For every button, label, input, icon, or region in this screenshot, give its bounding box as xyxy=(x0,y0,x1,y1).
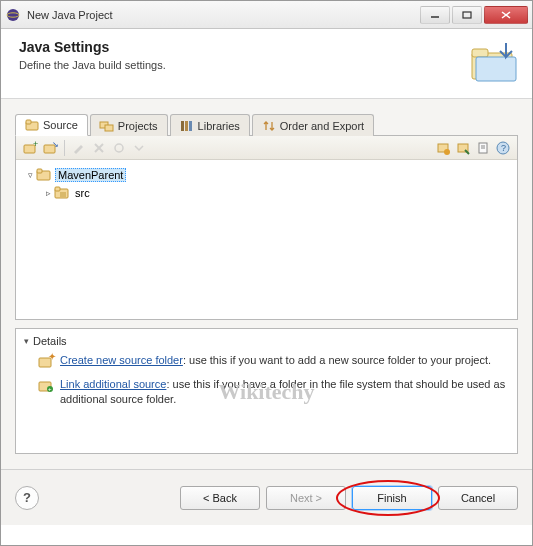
order-export-icon xyxy=(262,119,276,133)
tab-label: Source xyxy=(43,119,78,131)
libraries-icon xyxy=(180,119,194,133)
watermark-text: Wikitechy xyxy=(218,379,314,405)
package-folder-icon xyxy=(54,186,70,200)
page-subtitle: Define the Java build settings. xyxy=(19,59,514,71)
build-path-tabs: Source Projects Libraries Order and Expo… xyxy=(15,113,518,136)
link-source-button[interactable]: ↘ xyxy=(40,138,60,158)
eclipse-icon xyxy=(5,7,21,23)
window-title: New Java Project xyxy=(27,9,418,21)
expand-button[interactable] xyxy=(129,138,149,158)
wizard-footer: ? < Back Next > Finish Cancel xyxy=(1,469,532,525)
new-source-folder-icon: ✦ xyxy=(38,353,54,369)
tab-order-export[interactable]: Order and Export xyxy=(252,114,374,136)
expand-toggle-icon[interactable]: ▹ xyxy=(42,188,54,198)
page-title: Java Settings xyxy=(19,39,514,55)
tree-root-node[interactable]: ▿ MavenParent xyxy=(24,166,509,184)
svg-rect-34 xyxy=(55,187,60,191)
svg-text:+: + xyxy=(48,386,52,392)
tab-label: Order and Export xyxy=(280,120,364,132)
close-button[interactable] xyxy=(484,6,528,24)
toolbar-action-2[interactable] xyxy=(453,138,473,158)
svg-text:✦: ✦ xyxy=(48,351,56,362)
source-toolbar: + ↘ ? xyxy=(16,136,517,160)
wizard-content: Source Projects Libraries Order and Expo… xyxy=(1,99,532,469)
svg-text:?: ? xyxy=(501,143,506,153)
remove-button[interactable] xyxy=(89,138,109,158)
svg-point-0 xyxy=(7,9,19,21)
tree-node-label: src xyxy=(73,187,92,199)
source-folder-icon xyxy=(25,118,39,132)
svg-rect-10 xyxy=(26,120,31,124)
details-header[interactable]: ▾ Details xyxy=(24,335,509,347)
back-button[interactable]: < Back xyxy=(180,486,260,510)
minimize-button[interactable] xyxy=(420,6,450,24)
edit-button[interactable] xyxy=(69,138,89,158)
maximize-button[interactable] xyxy=(452,6,482,24)
separator xyxy=(64,140,65,156)
toolbar-action-1[interactable] xyxy=(433,138,453,158)
svg-point-22 xyxy=(115,144,123,152)
link-source-folder-icon: + xyxy=(38,377,54,393)
tab-source[interactable]: Source xyxy=(15,114,88,136)
tab-projects[interactable]: Projects xyxy=(90,114,168,136)
svg-rect-32 xyxy=(37,169,42,173)
collapse-toggle-icon[interactable]: ▾ xyxy=(24,336,29,346)
svg-rect-3 xyxy=(463,12,471,18)
titlebar: New Java Project xyxy=(1,1,532,29)
create-source-folder-link[interactable]: Create new source folder xyxy=(60,354,183,366)
svg-text:↘: ↘ xyxy=(52,140,59,149)
tree-child-node[interactable]: ▹ src xyxy=(24,184,509,202)
svg-rect-12 xyxy=(105,125,113,131)
detail-text: Create new source folder: use this if yo… xyxy=(60,353,491,369)
expand-toggle-icon[interactable]: ▿ xyxy=(24,170,36,180)
tab-label: Projects xyxy=(118,120,158,132)
source-tree[interactable]: ▿ MavenParent ▹ src xyxy=(16,160,517,208)
toolbar-filter-button[interactable] xyxy=(473,138,493,158)
tree-node-label: MavenParent xyxy=(55,168,126,182)
link-additional-source-link[interactable]: Link additional source xyxy=(60,378,166,390)
source-tab-panel: + ↘ ? ▿ MavenParent xyxy=(15,136,518,320)
cancel-button[interactable]: Cancel xyxy=(438,486,518,510)
help-icon[interactable]: ? xyxy=(493,138,513,158)
next-button: Next > xyxy=(266,486,346,510)
folder-banner-icon xyxy=(466,39,520,85)
svg-rect-8 xyxy=(476,57,516,81)
svg-rect-7 xyxy=(472,49,488,57)
project-folder-icon xyxy=(36,168,52,182)
wizard-header: Java Settings Define the Java build sett… xyxy=(1,29,532,99)
svg-point-24 xyxy=(444,149,450,155)
projects-icon xyxy=(100,119,114,133)
svg-rect-13 xyxy=(181,121,184,131)
svg-rect-15 xyxy=(189,121,192,131)
help-button[interactable]: ? xyxy=(15,486,39,510)
svg-rect-14 xyxy=(185,121,188,131)
svg-rect-35 xyxy=(60,192,66,197)
tab-label: Libraries xyxy=(198,120,240,132)
detail-item: ✦ Create new source folder: use this if … xyxy=(38,353,509,369)
details-title: Details xyxy=(33,335,67,347)
svg-text:+: + xyxy=(33,139,38,149)
toggle-button[interactable] xyxy=(109,138,129,158)
finish-button[interactable]: Finish xyxy=(352,486,432,510)
add-folder-button[interactable]: + xyxy=(20,138,40,158)
tab-libraries[interactable]: Libraries xyxy=(170,114,250,136)
